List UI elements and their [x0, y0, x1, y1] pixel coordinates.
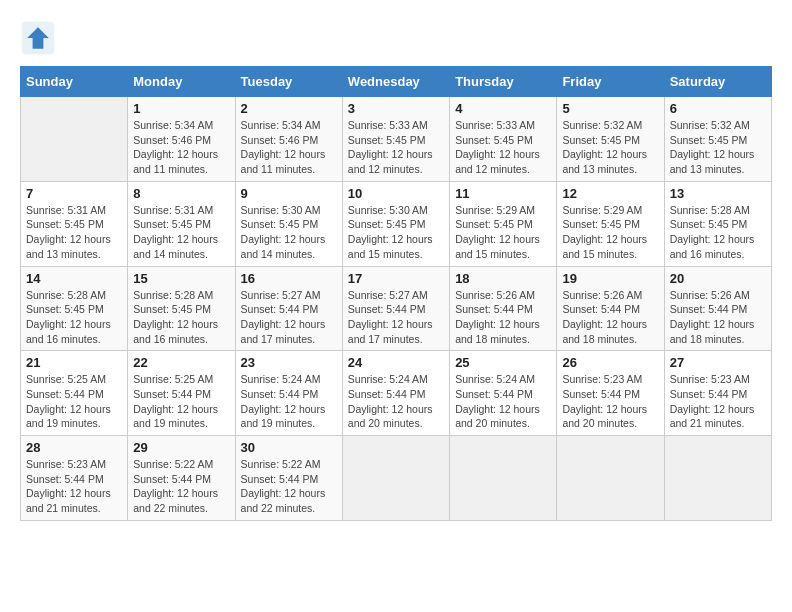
day-number: 26 [562, 355, 658, 370]
weekday-header-thursday: Thursday [450, 67, 557, 97]
day-number: 30 [241, 440, 337, 455]
calendar-cell: 21 Sunrise: 5:25 AM Sunset: 5:44 PM Dayl… [21, 351, 128, 436]
day-number: 18 [455, 271, 551, 286]
day-number: 8 [133, 186, 229, 201]
day-info: Sunrise: 5:33 AM Sunset: 5:45 PM Dayligh… [348, 118, 444, 177]
day-number: 20 [670, 271, 766, 286]
day-number: 29 [133, 440, 229, 455]
day-info: Sunrise: 5:23 AM Sunset: 5:44 PM Dayligh… [562, 372, 658, 431]
calendar-body: 1 Sunrise: 5:34 AM Sunset: 5:46 PM Dayli… [21, 97, 772, 521]
calendar-cell: 12 Sunrise: 5:29 AM Sunset: 5:45 PM Dayl… [557, 181, 664, 266]
calendar-cell: 29 Sunrise: 5:22 AM Sunset: 5:44 PM Dayl… [128, 436, 235, 521]
day-number: 13 [670, 186, 766, 201]
calendar-week-row: 28 Sunrise: 5:23 AM Sunset: 5:44 PM Dayl… [21, 436, 772, 521]
calendar-cell: 15 Sunrise: 5:28 AM Sunset: 5:45 PM Dayl… [128, 266, 235, 351]
weekday-header-friday: Friday [557, 67, 664, 97]
calendar-cell: 27 Sunrise: 5:23 AM Sunset: 5:44 PM Dayl… [664, 351, 771, 436]
calendar-cell: 16 Sunrise: 5:27 AM Sunset: 5:44 PM Dayl… [235, 266, 342, 351]
day-info: Sunrise: 5:25 AM Sunset: 5:44 PM Dayligh… [26, 372, 122, 431]
calendar-cell: 23 Sunrise: 5:24 AM Sunset: 5:44 PM Dayl… [235, 351, 342, 436]
calendar-cell: 18 Sunrise: 5:26 AM Sunset: 5:44 PM Dayl… [450, 266, 557, 351]
day-info: Sunrise: 5:26 AM Sunset: 5:44 PM Dayligh… [670, 288, 766, 347]
calendar-cell: 4 Sunrise: 5:33 AM Sunset: 5:45 PM Dayli… [450, 97, 557, 182]
day-number: 23 [241, 355, 337, 370]
weekday-header-sunday: Sunday [21, 67, 128, 97]
calendar-cell: 20 Sunrise: 5:26 AM Sunset: 5:44 PM Dayl… [664, 266, 771, 351]
day-number: 24 [348, 355, 444, 370]
day-info: Sunrise: 5:28 AM Sunset: 5:45 PM Dayligh… [670, 203, 766, 262]
calendar-cell: 17 Sunrise: 5:27 AM Sunset: 5:44 PM Dayl… [342, 266, 449, 351]
day-number: 3 [348, 101, 444, 116]
calendar-cell [450, 436, 557, 521]
calendar-cell: 22 Sunrise: 5:25 AM Sunset: 5:44 PM Dayl… [128, 351, 235, 436]
calendar-cell: 19 Sunrise: 5:26 AM Sunset: 5:44 PM Dayl… [557, 266, 664, 351]
weekday-header-saturday: Saturday [664, 67, 771, 97]
calendar-cell: 28 Sunrise: 5:23 AM Sunset: 5:44 PM Dayl… [21, 436, 128, 521]
day-number: 2 [241, 101, 337, 116]
day-info: Sunrise: 5:29 AM Sunset: 5:45 PM Dayligh… [562, 203, 658, 262]
calendar-cell: 2 Sunrise: 5:34 AM Sunset: 5:46 PM Dayli… [235, 97, 342, 182]
calendar-cell: 24 Sunrise: 5:24 AM Sunset: 5:44 PM Dayl… [342, 351, 449, 436]
day-number: 28 [26, 440, 122, 455]
calendar-header: SundayMondayTuesdayWednesdayThursdayFrid… [21, 67, 772, 97]
day-number: 6 [670, 101, 766, 116]
calendar-cell [557, 436, 664, 521]
day-info: Sunrise: 5:34 AM Sunset: 5:46 PM Dayligh… [133, 118, 229, 177]
calendar-cell: 13 Sunrise: 5:28 AM Sunset: 5:45 PM Dayl… [664, 181, 771, 266]
day-number: 11 [455, 186, 551, 201]
day-number: 12 [562, 186, 658, 201]
day-info: Sunrise: 5:24 AM Sunset: 5:44 PM Dayligh… [241, 372, 337, 431]
logo [20, 20, 60, 56]
calendar-cell: 30 Sunrise: 5:22 AM Sunset: 5:44 PM Dayl… [235, 436, 342, 521]
day-number: 25 [455, 355, 551, 370]
day-info: Sunrise: 5:26 AM Sunset: 5:44 PM Dayligh… [455, 288, 551, 347]
day-info: Sunrise: 5:28 AM Sunset: 5:45 PM Dayligh… [26, 288, 122, 347]
day-number: 16 [241, 271, 337, 286]
day-info: Sunrise: 5:22 AM Sunset: 5:44 PM Dayligh… [241, 457, 337, 516]
day-info: Sunrise: 5:30 AM Sunset: 5:45 PM Dayligh… [241, 203, 337, 262]
calendar-week-row: 14 Sunrise: 5:28 AM Sunset: 5:45 PM Dayl… [21, 266, 772, 351]
day-info: Sunrise: 5:23 AM Sunset: 5:44 PM Dayligh… [670, 372, 766, 431]
calendar-cell: 14 Sunrise: 5:28 AM Sunset: 5:45 PM Dayl… [21, 266, 128, 351]
calendar-cell: 26 Sunrise: 5:23 AM Sunset: 5:44 PM Dayl… [557, 351, 664, 436]
calendar-week-row: 21 Sunrise: 5:25 AM Sunset: 5:44 PM Dayl… [21, 351, 772, 436]
day-number: 14 [26, 271, 122, 286]
page-header [20, 20, 772, 56]
day-info: Sunrise: 5:25 AM Sunset: 5:44 PM Dayligh… [133, 372, 229, 431]
calendar-cell: 3 Sunrise: 5:33 AM Sunset: 5:45 PM Dayli… [342, 97, 449, 182]
day-info: Sunrise: 5:32 AM Sunset: 5:45 PM Dayligh… [562, 118, 658, 177]
day-number: 9 [241, 186, 337, 201]
day-info: Sunrise: 5:30 AM Sunset: 5:45 PM Dayligh… [348, 203, 444, 262]
day-info: Sunrise: 5:22 AM Sunset: 5:44 PM Dayligh… [133, 457, 229, 516]
calendar-cell: 1 Sunrise: 5:34 AM Sunset: 5:46 PM Dayli… [128, 97, 235, 182]
calendar-cell [664, 436, 771, 521]
weekday-header-wednesday: Wednesday [342, 67, 449, 97]
calendar-cell: 6 Sunrise: 5:32 AM Sunset: 5:45 PM Dayli… [664, 97, 771, 182]
day-info: Sunrise: 5:32 AM Sunset: 5:45 PM Dayligh… [670, 118, 766, 177]
calendar-cell: 25 Sunrise: 5:24 AM Sunset: 5:44 PM Dayl… [450, 351, 557, 436]
day-info: Sunrise: 5:31 AM Sunset: 5:45 PM Dayligh… [26, 203, 122, 262]
day-info: Sunrise: 5:24 AM Sunset: 5:44 PM Dayligh… [455, 372, 551, 431]
calendar-cell: 11 Sunrise: 5:29 AM Sunset: 5:45 PM Dayl… [450, 181, 557, 266]
day-number: 5 [562, 101, 658, 116]
day-info: Sunrise: 5:23 AM Sunset: 5:44 PM Dayligh… [26, 457, 122, 516]
day-number: 10 [348, 186, 444, 201]
day-info: Sunrise: 5:27 AM Sunset: 5:44 PM Dayligh… [241, 288, 337, 347]
calendar-cell: 5 Sunrise: 5:32 AM Sunset: 5:45 PM Dayli… [557, 97, 664, 182]
day-number: 17 [348, 271, 444, 286]
day-number: 19 [562, 271, 658, 286]
day-number: 27 [670, 355, 766, 370]
day-info: Sunrise: 5:34 AM Sunset: 5:46 PM Dayligh… [241, 118, 337, 177]
day-info: Sunrise: 5:31 AM Sunset: 5:45 PM Dayligh… [133, 203, 229, 262]
day-number: 1 [133, 101, 229, 116]
calendar-cell: 9 Sunrise: 5:30 AM Sunset: 5:45 PM Dayli… [235, 181, 342, 266]
calendar-week-row: 7 Sunrise: 5:31 AM Sunset: 5:45 PM Dayli… [21, 181, 772, 266]
day-info: Sunrise: 5:29 AM Sunset: 5:45 PM Dayligh… [455, 203, 551, 262]
calendar-table: SundayMondayTuesdayWednesdayThursdayFrid… [20, 66, 772, 521]
calendar-week-row: 1 Sunrise: 5:34 AM Sunset: 5:46 PM Dayli… [21, 97, 772, 182]
calendar-cell: 10 Sunrise: 5:30 AM Sunset: 5:45 PM Dayl… [342, 181, 449, 266]
weekday-header-tuesday: Tuesday [235, 67, 342, 97]
day-info: Sunrise: 5:33 AM Sunset: 5:45 PM Dayligh… [455, 118, 551, 177]
day-info: Sunrise: 5:26 AM Sunset: 5:44 PM Dayligh… [562, 288, 658, 347]
weekday-header-monday: Monday [128, 67, 235, 97]
